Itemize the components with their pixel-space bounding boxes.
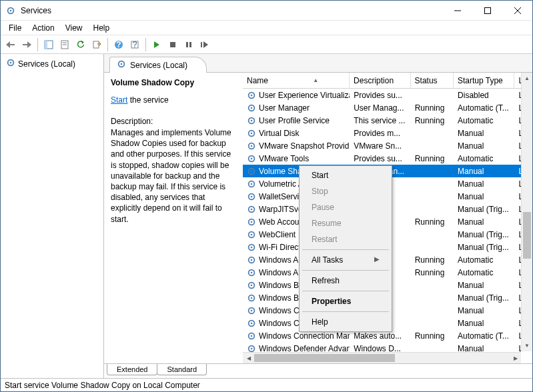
submenu-arrow-icon: ▶ bbox=[374, 255, 380, 263]
description-label: Description: bbox=[111, 117, 236, 126]
nav-tree: Services (Local) bbox=[1, 54, 104, 378]
row-status: Running bbox=[411, 103, 454, 113]
svg-point-43 bbox=[251, 195, 253, 197]
menu-help[interactable]: Help bbox=[88, 22, 115, 34]
row-startup: Manual bbox=[454, 167, 515, 176]
ctx-resume: Resume bbox=[301, 215, 390, 231]
services-grid: Name▲ Description Status Startup Type Lo… bbox=[243, 73, 532, 363]
context-menu: Start Stop Pause Resume Restart All Task… bbox=[299, 165, 392, 332]
svg-point-37 bbox=[251, 157, 253, 159]
start-link[interactable]: Start bbox=[111, 95, 127, 105]
svg-point-55 bbox=[251, 271, 253, 273]
back-button[interactable] bbox=[3, 37, 18, 52]
ctx-help[interactable]: Help bbox=[301, 314, 390, 330]
gear-icon bbox=[247, 103, 256, 113]
column-header-status[interactable]: Status bbox=[411, 73, 454, 88]
table-row[interactable]: VMware ToolsProvides su...RunningAutomat… bbox=[243, 152, 532, 165]
menu-action[interactable]: Action bbox=[27, 22, 59, 34]
table-row[interactable]: User ManagerUser Manag...RunningAutomati… bbox=[243, 101, 532, 114]
row-name: User Experience Virtualizatio... bbox=[259, 91, 350, 100]
ctx-stop: Stop bbox=[301, 183, 390, 199]
ctx-all-tasks[interactable]: All Tasks▶ bbox=[301, 252, 390, 268]
table-row[interactable]: User Experience Virtualizatio...Provides… bbox=[243, 89, 532, 101]
svg-point-59 bbox=[251, 297, 253, 299]
toolbar: ? ? bbox=[1, 35, 532, 54]
svg-rect-19 bbox=[186, 42, 188, 47]
svg-point-31 bbox=[251, 119, 253, 121]
ctx-pause: Pause bbox=[301, 199, 390, 215]
scroll-up-button[interactable]: ▲ bbox=[522, 73, 532, 84]
help2-button[interactable]: ? bbox=[127, 37, 142, 52]
scroll-thumb-h[interactable] bbox=[254, 354, 395, 362]
pause-service-button[interactable] bbox=[181, 37, 196, 52]
column-header-startup[interactable]: Startup Type bbox=[454, 73, 514, 88]
selected-service-name: Volume Shadow Copy bbox=[111, 78, 236, 87]
start-service-button[interactable] bbox=[149, 37, 164, 52]
row-desc: Provides m... bbox=[350, 129, 411, 138]
svg-rect-13 bbox=[93, 41, 99, 48]
menu-file[interactable]: File bbox=[3, 22, 27, 34]
ctx-refresh[interactable]: Refresh bbox=[301, 273, 390, 289]
row-name: Windows Co bbox=[259, 319, 304, 328]
row-status: Running bbox=[411, 268, 454, 277]
tab-standard[interactable]: Standard bbox=[157, 364, 207, 375]
vertical-scrollbar[interactable]: ▲ ▼ bbox=[521, 73, 532, 351]
table-row[interactable]: User Profile ServiceThis service ...Runn… bbox=[243, 114, 532, 127]
row-startup: Manual bbox=[454, 179, 515, 189]
menu-view[interactable]: View bbox=[60, 22, 88, 34]
svg-point-53 bbox=[251, 259, 253, 261]
row-desc: Provides su... bbox=[350, 91, 411, 100]
gear-icon bbox=[247, 268, 256, 277]
close-button[interactable] bbox=[502, 1, 532, 20]
row-startup: Manual bbox=[454, 306, 515, 315]
svg-point-25 bbox=[121, 63, 123, 65]
row-startup: Manual (Trig... bbox=[454, 243, 515, 252]
scroll-left-button[interactable]: ◀ bbox=[243, 353, 254, 363]
export-button[interactable] bbox=[89, 37, 104, 52]
help-button[interactable]: ? bbox=[111, 37, 126, 52]
row-name: VMware Tools bbox=[259, 154, 309, 163]
window-title: Services bbox=[21, 6, 442, 15]
gear-icon bbox=[247, 217, 256, 227]
gear-icon bbox=[247, 205, 256, 214]
svg-rect-6 bbox=[10, 44, 15, 45]
scroll-down-button[interactable]: ▼ bbox=[522, 340, 532, 351]
svg-point-47 bbox=[251, 221, 253, 223]
ctx-start[interactable]: Start bbox=[301, 167, 390, 183]
svg-point-27 bbox=[251, 94, 253, 96]
tab-extended[interactable]: Extended bbox=[107, 364, 157, 375]
nav-root-label: Services (Local) bbox=[18, 59, 75, 69]
ctx-properties[interactable]: Properties bbox=[301, 293, 390, 309]
properties-button[interactable] bbox=[57, 37, 72, 52]
minimize-button[interactable] bbox=[442, 1, 472, 20]
svg-point-23 bbox=[10, 62, 12, 64]
gear-icon bbox=[247, 116, 256, 125]
statusbar-text: Start service Volume Shadow Copy on Loca… bbox=[5, 381, 200, 390]
app-icon bbox=[6, 5, 17, 16]
row-startup: Manual bbox=[454, 129, 515, 138]
row-name: User Manager bbox=[259, 103, 310, 113]
table-row[interactable]: Virtual DiskProvides m...ManualLoc bbox=[243, 127, 532, 139]
show-hide-tree-button[interactable] bbox=[41, 37, 56, 52]
svg-rect-7 bbox=[23, 44, 27, 45]
scroll-thumb[interactable] bbox=[523, 212, 531, 259]
gear-icon bbox=[247, 154, 256, 163]
column-header-description[interactable]: Description bbox=[350, 73, 410, 88]
gear-icon bbox=[247, 243, 256, 252]
column-header-name[interactable]: Name▲ bbox=[243, 73, 350, 88]
table-row[interactable]: VMware Snapshot ProviderVMware Sn...Manu… bbox=[243, 139, 532, 152]
maximize-button[interactable] bbox=[472, 1, 502, 20]
row-desc: This service ... bbox=[350, 116, 411, 125]
menubar: File Action View Help bbox=[1, 21, 532, 35]
forward-button[interactable] bbox=[19, 37, 34, 52]
restart-service-button[interactable] bbox=[197, 37, 212, 52]
refresh-button[interactable] bbox=[73, 37, 88, 52]
stop-service-button[interactable] bbox=[165, 37, 180, 52]
row-desc: User Manag... bbox=[350, 103, 411, 113]
horizontal-scrollbar[interactable]: ◀ ▶ bbox=[243, 352, 521, 363]
scroll-right-button[interactable]: ▶ bbox=[510, 353, 521, 363]
nav-root-item[interactable]: Services (Local) bbox=[3, 57, 101, 71]
gear-icon bbox=[247, 319, 256, 328]
svg-text:?: ? bbox=[116, 40, 121, 49]
svg-point-61 bbox=[251, 309, 253, 311]
